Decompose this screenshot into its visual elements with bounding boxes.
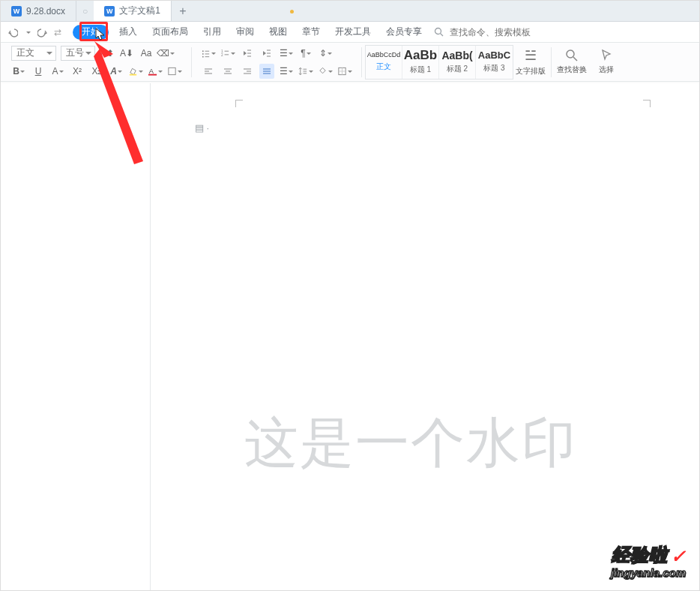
svg-rect-2	[130, 74, 136, 75]
menu-page-layout[interactable]: 页面布局	[145, 22, 196, 42]
shading-icon[interactable]	[167, 64, 182, 79]
style-label: 标题 2	[447, 64, 468, 74]
checkmark-icon: ✓	[671, 548, 686, 566]
svg-text:2: 2	[221, 52, 223, 56]
underline-icon[interactable]: U	[31, 64, 46, 79]
text-arrangement-button[interactable]: ☱ 文字排版	[513, 47, 548, 76]
svg-text:A: A	[149, 67, 154, 74]
menu-view[interactable]: 视图	[262, 22, 295, 42]
word-doc-icon: W	[11, 6, 22, 16]
new-tab-button[interactable]: +	[172, 1, 194, 21]
document-view[interactable]: ▤ · 这是一个水印	[151, 83, 653, 590]
bullet-list-icon[interactable]	[201, 46, 216, 61]
align-right-icon[interactable]	[240, 64, 255, 79]
show-marks-icon[interactable]: ¶	[298, 46, 313, 61]
shading-bg-icon[interactable]	[318, 64, 333, 79]
command-search-input[interactable]	[448, 26, 538, 38]
svg-line-1	[441, 34, 444, 37]
increase-indent-icon[interactable]	[259, 46, 274, 61]
tab-label: 9.28.docx	[26, 6, 65, 16]
svg-point-40	[567, 50, 574, 58]
subscript-icon[interactable]: X₂	[89, 64, 104, 79]
header-marker-icon: ▤ ·	[195, 122, 209, 134]
tab-doc-2[interactable]: W 文字文稿1	[94, 1, 172, 21]
site-watermark: 经验啦✓ jingyanla.com	[611, 546, 686, 578]
tab-label: 文字文稿1	[119, 4, 160, 17]
qa-overflow-icon[interactable]: ⇄	[52, 26, 64, 38]
site-watermark-url: jingyanla.com	[611, 567, 686, 578]
svg-point-6	[202, 50, 204, 52]
styles-gallery[interactable]: AaBbCcDd 正文 AaBb 标题 1 AaBb( 标题 2 AaBbC 标…	[365, 45, 513, 80]
navigation-pane	[1, 83, 151, 590]
big-tool-label: 文字排版	[516, 66, 546, 76]
style-heading-3[interactable]: AaBbC 标题 3	[476, 46, 513, 79]
svg-point-10	[202, 56, 204, 57]
style-preview: AaBbC	[478, 50, 510, 60]
menu-vip[interactable]: 会员专享	[378, 22, 429, 42]
decrease-font-icon[interactable]: A⬇	[119, 46, 134, 61]
undo-icon[interactable]	[7, 26, 19, 38]
text-arrange-icon: ☱	[525, 47, 537, 64]
unsaved-dot-icon	[290, 10, 294, 14]
word-doc-icon: W	[104, 6, 115, 16]
redo-icon[interactable]	[37, 26, 49, 38]
increase-font-icon[interactable]: A⬆	[100, 46, 115, 61]
big-tool-label: 选择	[599, 64, 614, 75]
paragraph-spacing-icon[interactable]: ⇕	[318, 46, 333, 61]
paragraph-group: 12 ☰ ¶ ⇕ ☰	[195, 43, 358, 81]
style-label: 正文	[376, 62, 391, 72]
command-search[interactable]	[434, 26, 538, 38]
superscript-icon[interactable]: X²	[70, 64, 85, 79]
tab-bar: W 9.28.docx ○ W 文字文稿1 +	[1, 1, 699, 22]
menu-dev-tools[interactable]: 开发工具	[328, 22, 378, 42]
sort-icon[interactable]: ☰	[279, 46, 294, 61]
menu-review[interactable]: 审阅	[229, 22, 262, 42]
undo-more-icon[interactable]	[22, 26, 34, 38]
svg-point-8	[202, 53, 204, 55]
style-normal[interactable]: AaBbCcDd 正文	[366, 46, 402, 79]
font-more-icon[interactable]: A	[50, 64, 65, 79]
font-group: 正文 五号 A⬆ A⬇ Aa ⌫ B U A X² X₂ A A	[5, 43, 188, 81]
svg-point-0	[435, 28, 441, 34]
svg-rect-4	[148, 74, 157, 75]
select-tool-button[interactable]: 选择	[589, 49, 624, 75]
svg-rect-5	[169, 68, 175, 74]
menu-bar: ⇄ 开始 插入 页面布局 引用 审阅 视图 章节 开发工具 会员专享	[1, 22, 699, 43]
ribbon-toolbar: 正文 五号 A⬆ A⬇ Aa ⌫ B U A X² X₂ A A	[1, 43, 699, 82]
watermark-text: 这是一个水印	[244, 407, 653, 479]
borders-icon[interactable]	[337, 64, 352, 79]
number-list-icon[interactable]: 12	[220, 46, 235, 61]
bold-icon[interactable]: B	[11, 64, 26, 79]
menu-insert[interactable]: 插入	[112, 22, 145, 42]
style-heading-2[interactable]: AaBb( 标题 2	[439, 46, 476, 79]
align-center-icon[interactable]	[220, 64, 235, 79]
highlight-color-icon[interactable]	[128, 64, 143, 79]
align-justify-icon[interactable]	[259, 64, 274, 79]
menu-reference[interactable]: 引用	[196, 22, 229, 42]
margin-marker-icon	[235, 100, 243, 107]
decrease-indent-icon[interactable]	[240, 46, 255, 61]
style-preview: AaBb	[404, 49, 437, 62]
text-effects-icon[interactable]: A	[109, 64, 124, 79]
tab-doc-1[interactable]: W 9.28.docx	[1, 1, 76, 21]
line-spacing-icon[interactable]	[298, 64, 313, 79]
change-case-icon[interactable]: Aa	[139, 46, 154, 61]
menu-section[interactable]: 章节	[295, 22, 328, 42]
find-replace-button[interactable]: 查找替换	[555, 49, 589, 75]
distribute-icon[interactable]: ☰	[279, 64, 294, 79]
clear-format-icon[interactable]: ⌫	[158, 46, 173, 61]
margin-marker-icon	[643, 100, 651, 107]
style-preview: AaBb(	[441, 50, 472, 61]
font-color-icon[interactable]: A	[148, 64, 163, 79]
align-left-icon[interactable]	[201, 64, 216, 79]
svg-line-41	[573, 57, 577, 61]
quick-access: ⇄	[1, 26, 70, 38]
font-size-select[interactable]: 五号	[61, 46, 95, 61]
style-label: 标题 3	[483, 63, 504, 74]
menu-start[interactable]: 开始	[73, 25, 109, 40]
tab-pin-icon[interactable]: ○	[76, 1, 94, 21]
page-canvas[interactable]: ▤ · 这是一个水印	[177, 92, 653, 590]
style-preview: AaBbCcDd	[367, 52, 401, 58]
font-name-select[interactable]: 正文	[11, 46, 56, 61]
style-heading-1[interactable]: AaBb 标题 1	[402, 46, 439, 79]
